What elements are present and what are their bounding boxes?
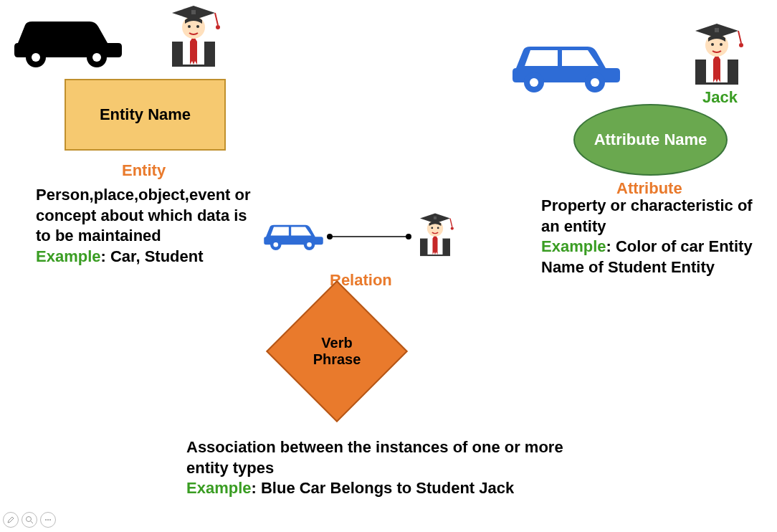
svg-point-25 (273, 242, 278, 247)
entity-example-label: Example (36, 247, 101, 265)
svg-point-1 (32, 53, 40, 62)
relation-graphic (258, 208, 466, 265)
pen-icon[interactable] (3, 512, 19, 528)
relation-example-text: : Blue Car Belongs to Student Jack (252, 479, 515, 497)
attribute-name-ellipse: Attribute Name (573, 104, 728, 176)
relation-example-label: Example (186, 479, 252, 497)
svg-point-27 (307, 242, 312, 247)
entity-description-block: Person,place,object,event or concept abo… (36, 185, 258, 267)
relation-description-block: Association between the instances of one… (186, 437, 566, 499)
attribute-car-illustration (502, 29, 631, 96)
svg-line-22 (738, 31, 741, 43)
svg-point-23 (739, 43, 743, 47)
svg-point-33 (431, 227, 433, 229)
svg-point-43 (49, 519, 51, 521)
svg-point-29 (327, 234, 333, 239)
zoom-icon[interactable] (22, 512, 37, 528)
svg-rect-36 (434, 217, 437, 219)
attribute-example-label: Example (541, 237, 606, 255)
car-icon (502, 29, 631, 93)
graduate-icon (681, 18, 753, 90)
svg-point-38 (451, 227, 454, 230)
relation-description: Association between the instances of one… (186, 438, 563, 477)
svg-point-11 (216, 25, 220, 29)
svg-point-42 (47, 519, 49, 521)
attribute-student-illustration (681, 18, 753, 92)
entity-title: Entity (122, 161, 166, 180)
svg-point-34 (437, 227, 439, 229)
entity-name-box: Entity Name (65, 79, 226, 151)
svg-point-39 (27, 517, 32, 522)
svg-point-7 (196, 25, 199, 28)
attribute-ellipse-label: Attribute Name (594, 131, 707, 148)
svg-point-18 (711, 43, 714, 46)
svg-rect-21 (715, 28, 719, 32)
relation-illustration (258, 208, 466, 268)
svg-rect-9 (191, 10, 196, 14)
svg-line-37 (450, 219, 452, 227)
attribute-description: Property or characteristic of an entity (541, 196, 753, 235)
svg-line-40 (31, 521, 33, 523)
svg-point-30 (406, 234, 411, 239)
more-icon[interactable] (40, 512, 56, 528)
entity-box-label: Entity Name (100, 105, 191, 124)
svg-point-13 (530, 78, 538, 87)
car-icon (4, 4, 133, 68)
graduate-icon (158, 0, 229, 72)
svg-line-10 (215, 13, 218, 25)
relation-diamond-label: Verb Phrase (301, 335, 373, 368)
viewer-toolbar (3, 512, 56, 528)
student-name-label: Jack (702, 88, 738, 107)
svg-point-3 (92, 53, 101, 62)
student-illustration (158, 0, 229, 75)
attribute-description-block: Property or characteristic of an entity … (541, 196, 771, 277)
svg-point-19 (720, 43, 723, 46)
entity-example-text: : Car, Student (101, 247, 204, 265)
entity-description: Person,place,object,event or concept abo… (36, 186, 251, 244)
svg-point-6 (188, 25, 191, 28)
svg-point-15 (591, 78, 599, 87)
svg-point-41 (45, 519, 47, 521)
relation-diamond: Verb Phrase (265, 301, 409, 402)
entity-illustration (4, 4, 133, 71)
